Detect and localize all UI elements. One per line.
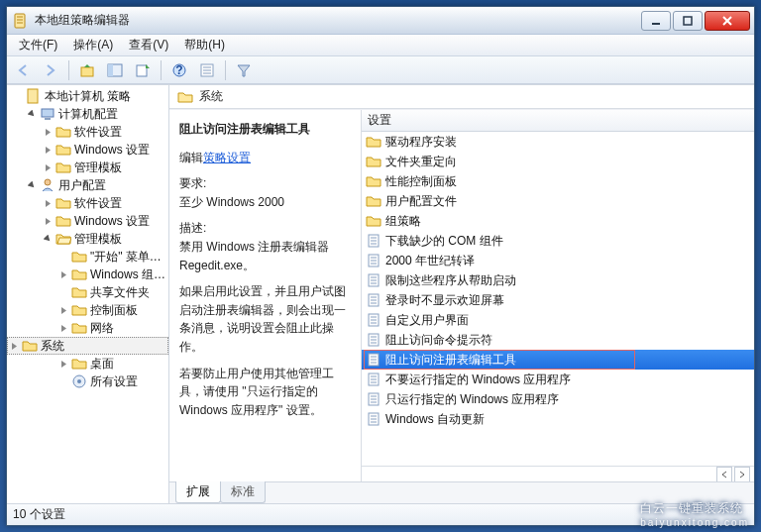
back-button[interactable] [11, 58, 35, 82]
folder-icon [55, 195, 71, 211]
titlebar[interactable]: 本地组策略编辑器 [7, 7, 754, 35]
statusbar: 10 个设置 [7, 503, 754, 525]
show-hide-tree-button[interactable] [103, 58, 127, 82]
computer-icon [40, 106, 55, 122]
menu-file[interactable]: 文件(F) [11, 35, 65, 55]
tree-computer-config[interactable]: 计算机配置 [7, 105, 168, 123]
menubar: 文件(F) 操作(A) 查看(V) 帮助(H) [7, 35, 754, 56]
svg-rect-11 [137, 65, 147, 76]
settings-list[interactable]: 驱动程序安装文件夹重定向性能控制面板用户配置文件组策略下载缺少的 COM 组件2… [362, 132, 754, 466]
list-policy[interactable]: Windows 自动更新 [362, 409, 754, 429]
tree-u-software[interactable]: 软件设置 [7, 194, 168, 212]
folder-icon [22, 338, 38, 354]
detail-pane: 阻止访问注册表编辑工具 编辑策略设置 要求:至少 Windows 2000 描述… [169, 110, 362, 481]
folder-icon [71, 284, 87, 300]
list-folder[interactable]: 驱动程序安装 [362, 132, 754, 152]
list-policy[interactable]: 阻止访问注册表编辑工具 [362, 350, 754, 370]
column-header-setting[interactable]: 设置 [362, 110, 754, 132]
list-policy[interactable]: 下载缺少的 COM 组件 [362, 231, 754, 251]
list-policy[interactable]: 限制这些程序从帮助启动 [362, 270, 754, 290]
scroll-right-button[interactable] [734, 467, 750, 481]
svg-rect-5 [684, 17, 692, 25]
status-text: 10 个设置 [13, 506, 65, 523]
up-button[interactable] [75, 58, 99, 82]
tree-pane[interactable]: 本地计算机 策略 计算机配置 软件设置 Windows 设置 管理模板 用户配置… [7, 85, 169, 503]
policy-root-icon [26, 88, 42, 104]
list-folder[interactable]: 组策略 [362, 211, 754, 231]
filter-button[interactable] [232, 58, 256, 82]
list-folder[interactable]: 用户配置文件 [362, 191, 754, 211]
edit-policy-link[interactable]: 策略设置 [203, 151, 251, 164]
svg-rect-8 [81, 67, 93, 76]
list-policy[interactable]: 登录时不显示欢迎屏幕 [362, 290, 754, 310]
content-header-label: 系统 [199, 88, 223, 105]
properties-button[interactable] [195, 58, 219, 82]
tree-u-net[interactable]: 网络 [7, 319, 168, 337]
tree-u-windows[interactable]: Windows 设置 [7, 212, 168, 230]
folder-icon [71, 320, 87, 336]
list-policy[interactable]: 阻止访问命令提示符 [362, 330, 754, 350]
tabs: 扩展 标准 [169, 481, 754, 503]
list-folder[interactable]: 文件夹重定向 [362, 152, 754, 171]
desc-label: 描述: [179, 221, 206, 235]
folder-icon [55, 213, 71, 229]
svg-point-21 [45, 179, 51, 185]
folder-icon [71, 356, 87, 372]
folder-icon [55, 160, 71, 175]
tree-c-windows[interactable]: Windows 设置 [7, 141, 168, 159]
tree-u-wincomp[interactable]: Windows 组… [7, 266, 168, 283]
toolbar: ? [7, 56, 754, 84]
detail-title: 阻止访问注册表编辑工具 [179, 120, 353, 139]
svg-point-23 [77, 379, 81, 383]
maximize-button[interactable] [673, 11, 703, 31]
window: 本地组策略编辑器 文件(F) 操作(A) 查看(V) 帮助(H) ? 本地计算机… [6, 6, 755, 526]
all-settings-icon [71, 373, 87, 389]
export-list-button[interactable] [131, 58, 155, 82]
help-button[interactable]: ? [167, 58, 191, 82]
tab-extended[interactable]: 扩展 [175, 481, 221, 503]
window-title: 本地组策略编辑器 [35, 12, 641, 29]
folder-icon [55, 142, 71, 158]
menu-action[interactable]: 操作(A) [65, 35, 121, 55]
tree-root[interactable]: 本地计算机 策略 [7, 87, 168, 105]
folder-icon [71, 249, 87, 265]
forward-button[interactable] [39, 58, 62, 82]
folder-open-icon [177, 89, 193, 105]
req-text: 至少 Windows 2000 [179, 195, 284, 209]
menu-help[interactable]: 帮助(H) [176, 35, 233, 55]
tree-u-cpl[interactable]: 控制面板 [7, 301, 168, 319]
svg-rect-20 [45, 118, 51, 120]
app-icon [13, 13, 29, 29]
content-header: 系统 [169, 85, 754, 109]
folder-icon [55, 124, 71, 140]
svg-rect-18 [28, 89, 38, 103]
svg-rect-0 [15, 14, 25, 28]
tab-standard[interactable]: 标准 [220, 481, 266, 503]
list-policy[interactable]: 不要运行指定的 Windows 应用程序 [362, 370, 754, 389]
svg-rect-10 [108, 64, 113, 76]
req-label: 要求: [179, 176, 206, 190]
tree-u-all[interactable]: 所有设置 [7, 372, 168, 390]
menu-view[interactable]: 查看(V) [121, 35, 176, 55]
tree-u-start[interactable]: "开始" 菜单… [7, 248, 168, 266]
scroll-left-button[interactable] [716, 467, 732, 481]
folder-icon [71, 266, 87, 282]
list-policy[interactable]: 自定义用户界面 [362, 310, 754, 330]
tree-u-shared[interactable]: 共享文件夹 [7, 283, 168, 301]
svg-text:?: ? [175, 63, 182, 77]
tree-u-system[interactable]: 系统 [7, 337, 168, 355]
folder-icon [71, 302, 87, 318]
list-folder[interactable]: 性能控制面板 [362, 171, 754, 191]
user-icon [40, 177, 55, 193]
tree-c-software[interactable]: 软件设置 [7, 123, 168, 141]
tree-c-admin[interactable]: 管理模板 [7, 159, 168, 176]
folder-open-icon [55, 231, 71, 247]
tree-user-config[interactable]: 用户配置 [7, 176, 168, 194]
tree-u-admin[interactable]: 管理模板 [7, 230, 168, 248]
list-policy[interactable]: 2000 年世纪转译 [362, 251, 754, 270]
minimize-button[interactable] [641, 11, 671, 31]
list-policy[interactable]: 只运行指定的 Windows 应用程序 [362, 389, 754, 409]
close-button[interactable] [705, 11, 750, 31]
svg-rect-19 [42, 109, 54, 117]
tree-u-desktop[interactable]: 桌面 [7, 355, 168, 372]
